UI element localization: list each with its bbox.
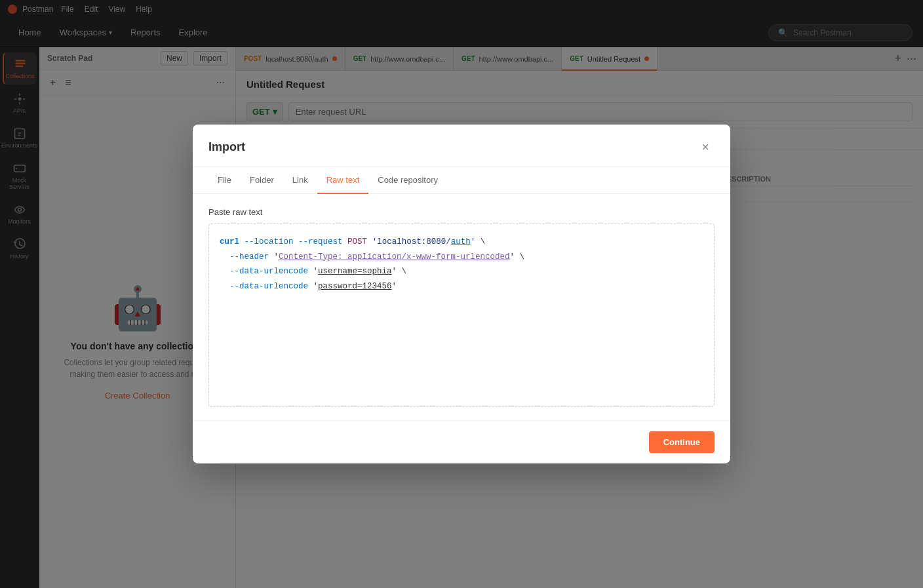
raw-text-editor[interactable]: curl --location --request POST 'localhos… [208,224,715,407]
modal-title: Import [208,140,245,154]
modal-header: Import × [193,125,730,167]
paste-raw-text-label: Paste raw text [208,207,715,217]
modal-close-button[interactable]: × [696,138,715,156]
modal-footer: Continue [193,420,730,463]
modal-tab-rawtext[interactable]: Raw text [317,167,369,194]
continue-button[interactable]: Continue [649,431,715,453]
modal-tab-file[interactable]: File [208,167,241,194]
modal-tab-folder[interactable]: Folder [241,167,283,194]
modal-body: Paste raw text curl --location --request… [193,194,730,420]
modal-tab-code-repo[interactable]: Code repository [368,167,447,194]
import-modal: Import × File Folder Link Raw text Code … [193,125,730,463]
modal-tabs: File Folder Link Raw text Code repositor… [193,167,730,194]
modal-overlay[interactable]: Import × File Folder Link Raw text Code … [0,0,923,588]
modal-tab-link[interactable]: Link [283,167,317,194]
